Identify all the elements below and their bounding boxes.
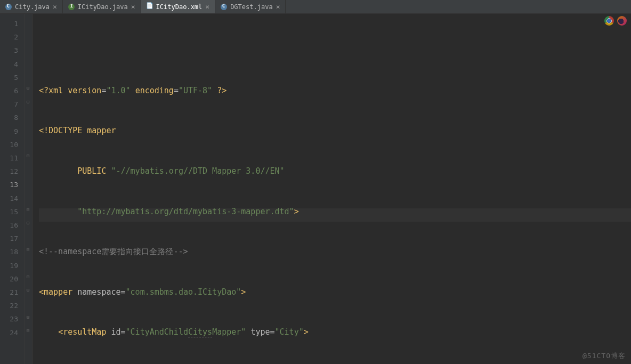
line-number-gutter: 123456789101112131415161718192021222324	[0, 14, 25, 364]
java-interface-icon	[68, 4, 75, 10]
tab-icitydao-java[interactable]: ICityDao.java×	[63, 0, 141, 13]
tab-label: DGTest.java	[230, 3, 272, 11]
browser-preview-icons	[604, 16, 627, 26]
close-icon[interactable]: ×	[205, 3, 209, 11]
fold-marker-icon[interactable]: ⊟	[27, 220, 31, 224]
fold-marker-icon[interactable]: ⊟	[27, 85, 31, 90]
editor-tabs: City.java× ICityDao.java× ICityDao.xml× …	[0, 0, 631, 14]
fold-gutter: ⊟ ⊟ ⊟ ⊟ ⊟ ⊟ ⊟ ⊟ ⊟ ⊟	[25, 14, 33, 364]
xml-file-icon	[147, 4, 153, 10]
watermark-text: @51CTO博客	[583, 351, 626, 361]
close-icon[interactable]: ×	[131, 3, 135, 11]
firefox-icon[interactable]	[617, 16, 627, 26]
tab-label: ICityDao.xml	[156, 3, 203, 11]
close-icon[interactable]: ×	[276, 3, 280, 11]
tab-label: ICityDao.java	[78, 3, 128, 11]
fold-marker-icon[interactable]: ⊟	[27, 328, 31, 332]
code-editor[interactable]: <?xml version="1.0" encoding="UTF-8" ?> …	[33, 14, 631, 364]
fold-marker-icon[interactable]: ⊟	[27, 153, 31, 157]
editor-pane: 123456789101112131415161718192021222324 …	[0, 14, 631, 364]
tab-dgtest-java[interactable]: DGTest.java×	[215, 0, 286, 13]
fold-marker-icon[interactable]: ⊟	[27, 247, 31, 251]
close-icon[interactable]: ×	[53, 3, 57, 11]
tab-label: City.java	[15, 3, 50, 11]
fold-marker-icon[interactable]: ⊟	[27, 314, 31, 319]
java-class-icon	[221, 4, 227, 10]
fold-marker-icon[interactable]: ⊟	[27, 207, 31, 211]
tab-icitydao-xml[interactable]: ICityDao.xml×	[141, 0, 216, 13]
fold-marker-icon[interactable]: ⊟	[27, 274, 31, 278]
fold-marker-icon[interactable]: ⊟	[27, 287, 31, 292]
fold-marker-icon[interactable]: ⊟	[27, 99, 31, 103]
chrome-icon[interactable]	[604, 16, 614, 26]
java-class-icon	[5, 4, 12, 10]
tab-city-java[interactable]: City.java×	[0, 0, 63, 13]
